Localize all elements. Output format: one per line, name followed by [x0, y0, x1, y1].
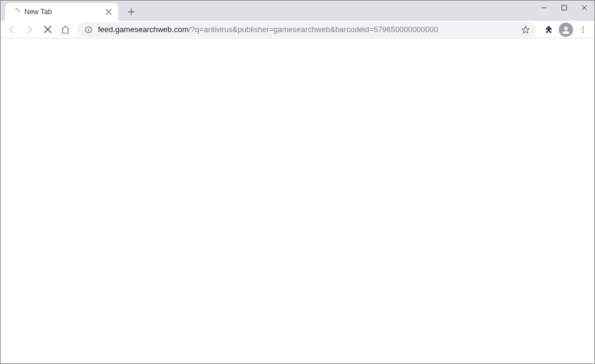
window-controls — [534, 1, 594, 17]
url-text: feed.gamesearchweb.com/?q=antivirus&publ… — [98, 25, 516, 34]
home-button[interactable] — [58, 22, 73, 37]
url-path: /?q=antivirus&publisher=gamesearchweb&ba… — [188, 25, 438, 34]
profile-button[interactable] — [559, 23, 573, 37]
toolbar-right — [541, 22, 591, 37]
browser-tab[interactable]: New Tab — [5, 3, 118, 21]
menu-button[interactable] — [575, 22, 591, 37]
svg-rect-0 — [562, 5, 566, 10]
minimize-button[interactable] — [534, 1, 554, 15]
bookmark-star-icon[interactable] — [521, 25, 530, 34]
svg-point-3 — [564, 26, 568, 30]
site-info-icon[interactable] — [84, 25, 93, 34]
back-button[interactable] — [4, 22, 20, 37]
new-tab-button[interactable] — [123, 4, 140, 20]
svg-point-4 — [583, 26, 584, 27]
toolbar: feed.gamesearchweb.com/?q=antivirus&publ… — [1, 21, 594, 39]
address-bar[interactable]: feed.gamesearchweb.com/?q=antivirus&publ… — [78, 22, 536, 37]
close-tab-icon[interactable] — [104, 7, 113, 17]
stop-reload-button[interactable] — [40, 22, 55, 37]
loading-spinner-icon — [11, 8, 20, 16]
extensions-button[interactable] — [541, 22, 556, 37]
svg-point-2 — [88, 27, 88, 28]
close-window-button[interactable] — [574, 1, 594, 15]
maximize-button[interactable] — [554, 1, 574, 15]
svg-point-6 — [583, 31, 584, 33]
url-domain: feed.gamesearchweb.com — [98, 25, 188, 34]
page-content — [1, 39, 594, 363]
forward-button[interactable] — [22, 22, 37, 37]
titlebar: New Tab — [1, 1, 594, 21]
svg-point-5 — [583, 29, 584, 30]
tab-title: New Tab — [24, 8, 104, 16]
tabs-area: New Tab — [1, 1, 140, 21]
